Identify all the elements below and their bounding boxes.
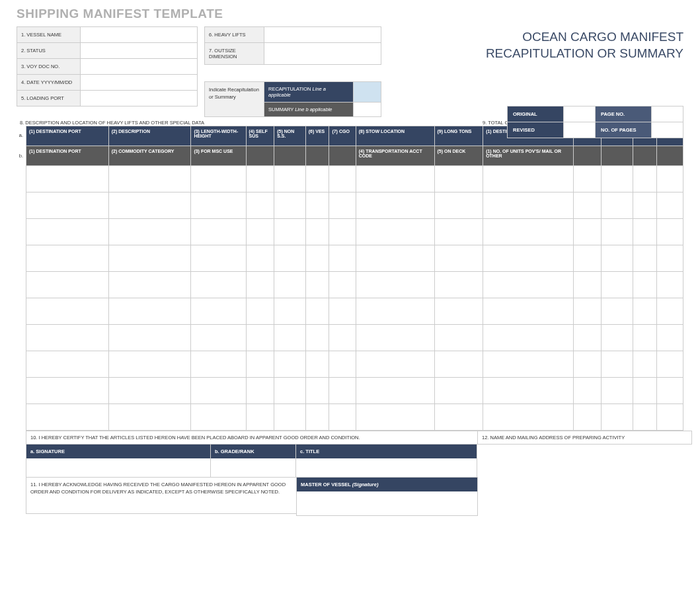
field-outsize-dimension: 7. OUTSIZE DIMENSION <box>204 42 381 65</box>
signature-cell: a. SIGNATURE <box>26 444 211 478</box>
grade-rank-input[interactable] <box>211 458 295 477</box>
grade-rank-cell: b. GRADE/RANK <box>210 444 296 478</box>
recap-checkbox[interactable] <box>353 82 381 102</box>
table-row[interactable] <box>26 325 683 351</box>
colb-on-deck: (5) ON DECK <box>434 146 483 166</box>
revised-value[interactable] <box>564 122 596 138</box>
summary-checkbox[interactable] <box>353 103 381 116</box>
colb-msc-use: (3) FOR MSC USE <box>191 146 246 166</box>
field-vessel-name: 1. VESSEL NAME <box>17 26 198 43</box>
col-long-tons: (9) LONG TONS <box>434 126 483 146</box>
col-cgo-a: (7) CGO <box>329 126 356 146</box>
col-self-sus-a: (4) SELF SUS <box>246 126 274 146</box>
title-cell: c. TITLE <box>295 444 477 478</box>
val-voy-doc-no[interactable] <box>81 59 197 74</box>
val-heavy-lifts[interactable] <box>264 27 381 42</box>
table-row[interactable] <box>26 298 683 325</box>
table-row[interactable] <box>26 378 683 404</box>
col-ves-a: (6) VES <box>305 126 329 146</box>
col-stow-location: (8) STOW LOCATION <box>356 126 434 146</box>
original-value[interactable] <box>564 106 596 122</box>
revised-label: REVISED <box>507 122 564 138</box>
table-row[interactable] <box>26 351 683 378</box>
field-status: 2. STATUS <box>17 42 198 59</box>
indicate-recap-summary: Indicate Recapitulation or Summary RECAP… <box>204 81 381 117</box>
val-outsize-dimension[interactable] <box>264 43 381 64</box>
col-dest-port-a: (1) DESTINATION PORT <box>26 126 109 146</box>
field-voy-doc-no: 3. VOY DOC NO. <box>17 58 198 75</box>
row-tag-b: b. <box>17 146 24 167</box>
colb-dest-port: (1) DESTINATION PORT <box>26 146 109 166</box>
col-non-ss-a: (5) NON S.S. <box>274 126 306 146</box>
summary-label: SUMMARY Line b applicable <box>264 103 353 116</box>
section-12: 12. NAME AND MAILING ADDRESS OF PREPARIN… <box>477 431 692 445</box>
page-title: SHIPPING MANIFEST TEMPLATE <box>17 7 683 21</box>
original-label: ORIGINAL <box>507 106 564 122</box>
table-row[interactable] <box>26 219 683 245</box>
table-row[interactable] <box>26 245 683 272</box>
master-signature-input[interactable] <box>297 491 477 515</box>
title-input[interactable] <box>296 458 477 477</box>
nopages-value[interactable] <box>652 122 683 138</box>
pageno-value[interactable] <box>652 106 683 122</box>
field-loading-port: 5. LOADING PORT <box>17 90 198 106</box>
colb-no-units: (1) NO. OF UNITS POV'S/ MAIL OR OTHER <box>483 146 574 166</box>
table-row[interactable] <box>26 404 683 431</box>
row-tag-a: a. <box>17 126 24 146</box>
val-date[interactable] <box>81 75 197 90</box>
field-heavy-lifts: 6. HEAVY LIFTS <box>204 26 381 43</box>
section-8-label: 8. DESCRIPTION AND LOCATION OF HEAVY LIF… <box>20 120 483 126</box>
signature-input[interactable] <box>26 458 210 477</box>
col-lwh: (3) LENGTH-WIDTH-HEIGHT <box>191 126 246 146</box>
master-of-vessel: MASTER OF VESSEL (Signature) <box>296 477 478 516</box>
document-heading: OCEAN CARGO MANIFEST RECAPITULATION OR S… <box>486 26 683 117</box>
val-vessel-name[interactable] <box>81 27 197 42</box>
val-loading-port[interactable] <box>81 91 197 106</box>
certification-10: 10. I HEREBY CERTIFY THAT THE ARTICLES L… <box>26 431 478 445</box>
recap-label: RECAPITULATION Line a applicable <box>264 82 353 102</box>
pageno-label: PAGE NO. <box>595 106 652 122</box>
nopages-label: NO. OF PAGES <box>595 122 652 138</box>
acknowledgement-11: 11. I HEREBY ACKNOWLEDGE HAVING RECEIVED… <box>26 477 297 514</box>
val-status[interactable] <box>81 43 197 58</box>
colb-transport-acct: (4) TRANSPORTATION ACCT CODE <box>356 146 434 166</box>
table-row[interactable] <box>26 192 683 219</box>
col-description: (2) DESCRIPTION <box>108 126 191 146</box>
colb-commodity: (2) COMMODITY CATEGORY <box>108 146 191 166</box>
table-row[interactable] <box>26 166 683 192</box>
table-row[interactable] <box>26 272 683 298</box>
cargo-table: (1) DESTINATION PORT (2) DESCRIPTION (3)… <box>26 126 683 431</box>
field-date: 4. DATE YYYY/MM/DD <box>17 74 198 91</box>
